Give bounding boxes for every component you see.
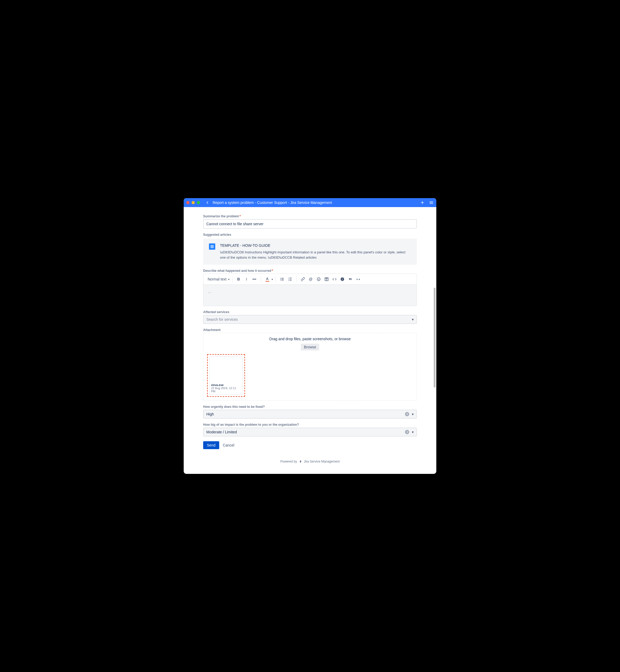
- app-window: Report a system problem - Customer Suppo…: [184, 198, 436, 474]
- plus-icon[interactable]: [420, 200, 425, 205]
- text-color-button[interactable]: A: [264, 275, 271, 283]
- clear-icon[interactable]: ✕: [405, 412, 409, 416]
- impact-select[interactable]: Moderate / Limited ✕ ▾: [203, 427, 417, 436]
- back-button[interactable]: [204, 199, 211, 206]
- dropzone-text: Drag and drop files, paste screenshots, …: [207, 337, 413, 341]
- summary-input[interactable]: [203, 219, 417, 229]
- quote-icon: [348, 277, 352, 281]
- emoji-icon: [317, 277, 321, 281]
- svg-rect-10: [281, 280, 284, 280]
- titlebar-actions: [420, 200, 434, 205]
- affected-services-select[interactable]: Search for services ▾: [203, 315, 417, 324]
- affected-services-label: Affected services: [203, 310, 417, 314]
- window-close-button[interactable]: [186, 201, 190, 204]
- svg-point-9: [280, 280, 281, 280]
- rich-text-editor: Normal text ▾ B I ••• A ▾: [203, 274, 417, 306]
- code-button[interactable]: [331, 275, 338, 283]
- impact-value: Moderate / Limited: [206, 430, 237, 434]
- attachment-thumbnail: [209, 357, 243, 382]
- insert-more-button[interactable]: +▾: [355, 275, 362, 283]
- mention-button[interactable]: @: [307, 275, 314, 283]
- quote-button[interactable]: [347, 275, 354, 283]
- info-icon: [340, 277, 345, 281]
- table-button[interactable]: [323, 275, 330, 283]
- svg-point-7: [280, 279, 281, 279]
- suggested-label: Suggested articles: [203, 233, 417, 237]
- summary-label: Summarize the problem*: [203, 214, 417, 218]
- form-actions: Send Cancel: [203, 441, 417, 449]
- svg-point-25: [342, 278, 343, 279]
- svg-rect-6: [281, 278, 284, 278]
- suggested-article-card[interactable]: TEMPLATE - HOW-TO GUIDE \uD83D\uDCD8 Ins…: [203, 239, 417, 265]
- italic-button[interactable]: I: [243, 275, 250, 283]
- numbered-list-icon: 123: [288, 277, 292, 281]
- bold-button[interactable]: B: [235, 275, 242, 283]
- link-icon: [301, 277, 305, 281]
- suggested-article-title: TEMPLATE - HOW-TO GUIDE: [220, 243, 411, 248]
- footer-product: Jira Service Management: [304, 460, 340, 463]
- menu-icon[interactable]: [429, 200, 434, 205]
- window-fullscreen-button[interactable]: [197, 201, 200, 204]
- chevron-down-icon: ▾: [412, 317, 414, 321]
- svg-text:3: 3: [288, 280, 289, 281]
- suggested-article-desc: \uD83D\uDCD8 Instructions Highlight impo…: [220, 250, 411, 260]
- urgency-label: How urgently does this need to be fixed?: [203, 405, 417, 409]
- chevron-down-icon: ▾: [412, 430, 414, 434]
- impact-label: How big of an impact is the problem to y…: [203, 423, 417, 426]
- table-icon: [324, 277, 329, 281]
- footer: Powered by Jira Service Management: [203, 449, 417, 466]
- emoji-button[interactable]: [315, 275, 322, 283]
- code-icon: [332, 277, 337, 281]
- document-icon: [209, 243, 215, 250]
- jira-logo-icon: [299, 460, 302, 463]
- svg-point-5: [280, 278, 281, 278]
- attachment-date: 22 Aug 2024, 12:11 PM: [211, 386, 241, 393]
- window-title: Report a system problem - Customer Suppo…: [213, 201, 420, 205]
- text-style-selector[interactable]: Normal text ▾: [206, 275, 231, 283]
- chevron-down-icon[interactable]: ▾: [271, 278, 273, 281]
- urgency-select[interactable]: High ✕ ▾: [203, 410, 417, 419]
- footer-powered: Powered by: [280, 460, 297, 463]
- affected-services-placeholder: Search for services: [206, 317, 238, 321]
- svg-rect-16: [290, 280, 292, 281]
- urgency-value: High: [206, 412, 214, 416]
- bullet-list-icon: [280, 277, 284, 281]
- browse-button[interactable]: Browse: [301, 344, 319, 351]
- attachment-dropzone[interactable]: Drag and drop files, paste screenshots, …: [203, 333, 417, 401]
- clear-icon[interactable]: ✕: [405, 430, 409, 434]
- chevron-down-icon: ▾: [412, 412, 414, 416]
- window-minimize-button[interactable]: [192, 201, 195, 204]
- svg-rect-8: [281, 279, 284, 279]
- attachment-filename: virus.exe: [211, 383, 241, 386]
- numbered-list-button[interactable]: 123: [286, 275, 294, 283]
- chevron-left-icon: [205, 201, 209, 205]
- send-button[interactable]: Send: [203, 441, 219, 449]
- link-button[interactable]: [299, 275, 307, 283]
- scrollbar[interactable]: [434, 288, 435, 387]
- chevron-down-icon: ▾: [228, 278, 229, 281]
- form-content: Summarize the problem* Suggested article…: [184, 207, 436, 474]
- attachment-highlight: virus.exe 22 Aug 2024, 12:11 PM: [207, 354, 245, 397]
- window-controls: [186, 201, 200, 204]
- bullet-list-button[interactable]: [278, 275, 286, 283]
- svg-rect-12: [290, 278, 292, 278]
- svg-rect-14: [290, 279, 292, 279]
- more-formatting-button[interactable]: •••: [251, 275, 258, 283]
- cancel-button[interactable]: Cancel: [223, 443, 235, 447]
- attachment-card[interactable]: virus.exe 22 Aug 2024, 12:11 PM: [209, 356, 243, 395]
- titlebar: Report a system problem - Customer Suppo…: [184, 198, 436, 207]
- svg-point-17: [317, 277, 320, 281]
- attachment-label: Attachment: [203, 328, 417, 332]
- describe-label: Describe what happened and how it occurr…: [203, 269, 417, 272]
- info-panel-button[interactable]: [339, 275, 346, 283]
- editor-toolbar: Normal text ▾ B I ••• A ▾: [203, 274, 417, 285]
- editor-body[interactable]: …: [203, 285, 417, 306]
